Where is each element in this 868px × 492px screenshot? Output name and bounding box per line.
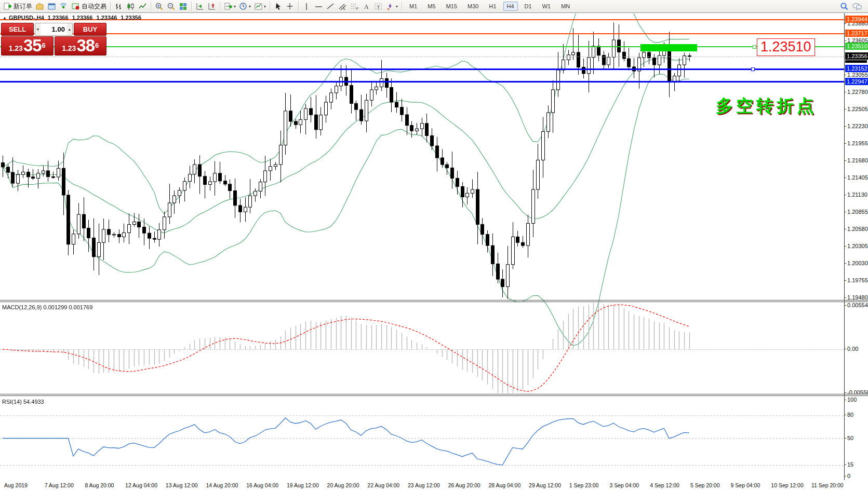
tf-h4-label[interactable]: H4 [503, 2, 518, 11]
dropdown-caret-icon[interactable]: ▾ [264, 4, 266, 9]
buy-price-box[interactable]: 1.23 38 6 [55, 36, 107, 56]
ohlc-close: 1.23356 [121, 15, 141, 21]
crosshair-button[interactable] [284, 1, 296, 12]
tf-m15[interactable]: M15 [441, 1, 462, 12]
buy-button[interactable]: BUY [74, 23, 106, 36]
line-handle-icon[interactable] [753, 45, 756, 49]
horizontal-line-1.22947[interactable] [0, 81, 844, 83]
arrows-button[interactable]: ▾ [384, 1, 399, 12]
candles-icon [126, 2, 135, 11]
price-line-label: 1.22947 [845, 78, 868, 85]
zoomin-icon [155, 2, 164, 11]
tf-m30-label[interactable]: M30 [464, 2, 482, 11]
tf-d1[interactable]: D1 [519, 1, 537, 12]
ohlc-open: 1.23366 [48, 15, 69, 21]
time-axis-label: 8 Aug 20:00 [85, 482, 114, 488]
textA-icon: A [362, 2, 371, 11]
sell-button[interactable]: SELL [1, 23, 34, 36]
rsi-name: RSI(14) [2, 399, 22, 405]
tf-mn[interactable]: MN [556, 1, 575, 12]
tf-m5-label[interactable]: M5 [424, 2, 439, 11]
tile-windows-button[interactable] [177, 1, 189, 12]
textT-icon: T [374, 2, 383, 11]
line-chart-button[interactable] [137, 1, 149, 12]
horizontal-line-button[interactable] [313, 1, 325, 12]
main-chart-canvas[interactable] [0, 13, 868, 492]
chat-button[interactable] [850, 1, 864, 12]
time-axis-label: 11 Sep 20:00 [811, 482, 844, 488]
tf-m15-label[interactable]: M15 [443, 2, 461, 11]
annotation-text[interactable]: 多空转折点 [716, 94, 817, 118]
price-axis-tick: 1.22780 [847, 89, 868, 95]
tf-h4[interactable]: H4 [502, 1, 519, 12]
time-axis-label: 10 Sep 12:00 [771, 482, 803, 488]
text-button[interactable]: A [360, 1, 372, 12]
time-axis-label: 26 Aug 20:00 [448, 482, 480, 488]
autotrading-button[interactable]: 自动交易 [70, 1, 108, 12]
price-axis-tick: 1.22505 [847, 106, 868, 112]
channel-button[interactable]: E [337, 1, 349, 12]
horizontal-line-1.23717[interactable] [0, 33, 844, 34]
dropdown-caret-icon[interactable]: ▾ [234, 4, 236, 9]
toolbar-separator [270, 2, 270, 11]
chart-window[interactable]: ▲GBPUSD-,H4 1.23366 1.23366 1.23346 1.23… [0, 13, 868, 492]
tf-h1-label[interactable]: H1 [485, 2, 500, 11]
bar-chart-button[interactable] [113, 1, 125, 12]
sell-price-box[interactable]: 1.23 35 6 [1, 36, 54, 56]
trendline-button[interactable] [325, 1, 337, 12]
indicators-button[interactable]: ▾ [222, 1, 237, 12]
time-axis-label: 7 Aug 12:00 [45, 482, 74, 488]
price-axis[interactable]: 1.239441.237171.235101.231521.229471.233… [844, 13, 868, 480]
candlestick-chart-button[interactable] [125, 1, 137, 12]
zoom-in-button[interactable] [153, 1, 165, 12]
line-handle-icon[interactable] [751, 67, 755, 71]
svg-text:F: F [356, 7, 358, 10]
text-label-button[interactable]: T [372, 1, 384, 12]
search-button[interactable] [838, 1, 850, 12]
templates-button[interactable]: ▾ [252, 1, 268, 12]
time-axis[interactable]: Aug 20197 Aug 12:008 Aug 20:0012 Aug 04:… [0, 480, 868, 491]
time-axis-label: 20 Aug 20:00 [327, 482, 359, 488]
symbol-period: GBPUSD-,H4 [9, 15, 44, 21]
vertical-line-button[interactable] [301, 1, 313, 12]
chart-shift-button[interactable] [206, 1, 218, 12]
horizontal-line-1.2351[interactable] [0, 46, 844, 47]
new-order-button[interactable]: 新订单 [2, 1, 34, 12]
highlight-rectangle[interactable] [640, 44, 697, 51]
volume-stepper[interactable]: ▼ ▲ [35, 23, 73, 36]
profiles-button[interactable] [34, 1, 46, 12]
tf-m1[interactable]: M1 [404, 1, 422, 12]
tf-m30[interactable]: M30 [462, 1, 484, 12]
macd-values: 0.001299 0.001769 [43, 304, 92, 310]
signals-button[interactable] [58, 1, 70, 12]
tf-w1-label[interactable]: W1 [539, 2, 555, 11]
ask-price-label-sliver [845, 60, 867, 63]
price-line-label: 1.23510 [845, 43, 868, 50]
cursor-button[interactable] [272, 1, 284, 12]
fibo-icon: F [350, 2, 359, 11]
volume-down-icon[interactable]: ▼ [35, 23, 41, 35]
terminal-button[interactable] [46, 1, 58, 12]
zoom-out-button[interactable] [165, 1, 177, 12]
dropdown-caret-icon[interactable]: ▾ [396, 4, 398, 9]
tf-mn-label[interactable]: MN [557, 2, 573, 11]
tf-m1-label[interactable]: M1 [406, 2, 421, 11]
tf-h1[interactable]: H1 [484, 1, 501, 12]
periods-button[interactable]: ▾ [237, 1, 252, 12]
volume-input[interactable] [41, 23, 67, 35]
tf-m5[interactable]: M5 [422, 1, 440, 12]
macd-axis-tick: -0.005583 [847, 389, 868, 395]
volume-up-icon[interactable]: ▲ [67, 23, 72, 35]
channel-icon: E [338, 2, 347, 11]
dropdown-caret-icon[interactable]: ▾ [249, 4, 251, 9]
horizontal-line-1.23152[interactable] [0, 69, 844, 70]
rsi-axis-tick: 15 [847, 461, 853, 468]
tf-w1[interactable]: W1 [537, 1, 556, 12]
auto-scroll-button[interactable] [194, 1, 206, 12]
time-axis-label: 16 Aug 04:00 [246, 482, 278, 488]
fibonacci-button[interactable]: F [349, 1, 360, 12]
tf-d1-label[interactable]: D1 [521, 2, 536, 11]
price-callout-label[interactable]: 1.23510 [757, 38, 815, 56]
buy-price-pip: 6 [95, 38, 99, 53]
time-axis-label: 23 Aug 12:00 [408, 482, 440, 488]
